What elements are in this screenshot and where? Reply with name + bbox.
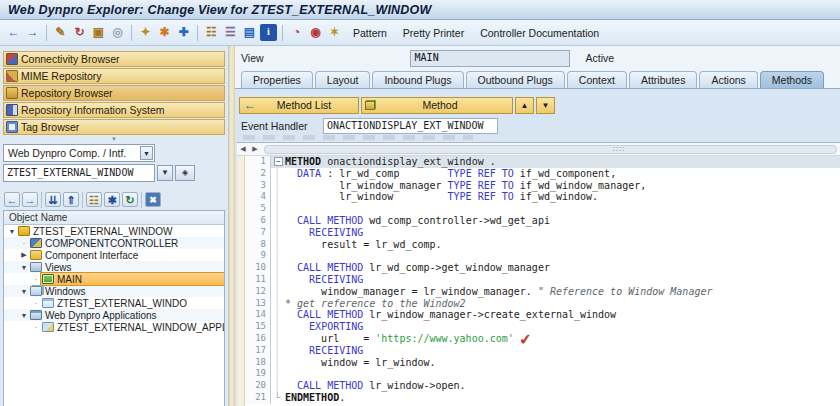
code-line-content[interactable]: │ lr_window_manager TYPE REF TO if_wd_wi…: [271, 180, 840, 192]
code-line-content[interactable]: │ url = 'https://www.yahoo.com' ✔: [271, 333, 840, 345]
tab-layout[interactable]: Layout: [315, 71, 371, 88]
sidebar-item-repository-browser[interactable]: Repository Browser: [3, 85, 225, 101]
sidebar-item-mime-repository[interactable]: MIME Repository: [3, 68, 225, 84]
tree-back-icon[interactable]: ←: [4, 192, 20, 207]
method-list-button[interactable]: ← Method List: [239, 97, 359, 114]
code-line-content[interactable]: │* get reference to the Window2: [271, 298, 840, 310]
code-line-content[interactable]: │ lr_window TYPE REF TO if_wd_window.: [271, 191, 840, 203]
tree-item-views[interactable]: ▼Views: [4, 261, 224, 273]
tree-item-windows[interactable]: ▼Windows: [4, 285, 224, 297]
category-dropdown[interactable]: Web Dynpro Comp. / Intf. ▼: [3, 144, 155, 162]
debugger-icon[interactable]: ◉: [307, 24, 324, 41]
code-line-content[interactable]: └ENDMETHOD.: [271, 392, 840, 404]
tab-inbound-plugs[interactable]: Inbound Plugs: [372, 71, 463, 88]
display-change-icon[interactable]: ✎: [52, 24, 69, 41]
view-name-field[interactable]: MAIN: [410, 50, 570, 67]
tab-properties[interactable]: Properties: [241, 71, 313, 88]
object-list-icon[interactable]: ☷: [203, 24, 220, 41]
tree-close-icon[interactable]: ✖: [145, 192, 161, 207]
navigation-icon[interactable]: ✚: [175, 24, 192, 41]
expander-icon[interactable]: ·: [31, 324, 41, 331]
expander-icon[interactable]: ▼: [7, 228, 17, 235]
sidebar-item-connectivity-browser[interactable]: Connectivity Browser: [3, 51, 225, 67]
code-line-content[interactable]: │ RECEIVING: [271, 345, 840, 357]
toolbar-button-pretty-printer[interactable]: Pretty Printer: [396, 25, 471, 41]
expander-icon[interactable]: ▼: [19, 264, 29, 271]
code-line-content[interactable]: │: [271, 203, 840, 215]
code-line-content[interactable]: │ window = lr_window.: [271, 357, 840, 369]
forward-icon[interactable]: →: [24, 24, 41, 41]
tab-context[interactable]: Context: [567, 71, 627, 88]
scroll-right-icon[interactable]: ▶: [249, 144, 261, 155]
expander-icon[interactable]: ·: [31, 300, 41, 307]
code-line-content[interactable]: │ RECEIVING: [271, 274, 840, 286]
expander-icon[interactable]: ▼: [19, 312, 29, 319]
test-icon[interactable]: ✱: [156, 24, 173, 41]
workbench-icon[interactable]: ☰: [222, 24, 239, 41]
sidebar-item-repository-information-system[interactable]: Repository Information System: [3, 102, 225, 118]
inactive-objects-icon[interactable]: ◎: [109, 24, 126, 41]
tree-item-main[interactable]: ·MAIN: [4, 273, 224, 285]
tree-item-ztest-external-windo[interactable]: ·ZTEST_EXTERNAL_WINDO: [4, 297, 224, 309]
tree-item-componentcontroller[interactable]: ·COMPONENTCONTROLLER: [4, 237, 224, 249]
code-line-content[interactable]: │ result = lr_wd_comp.: [271, 239, 840, 251]
tree-item-web-dynpro-applications[interactable]: ▼Web Dynpro Applications: [4, 309, 224, 321]
sidebar-item-tag-browser[interactable]: Tag Browser: [3, 119, 225, 135]
tab-methods[interactable]: Methods: [760, 71, 824, 88]
tree-forward-icon[interactable]: →: [22, 192, 38, 207]
chevron-down-icon[interactable]: ▼: [140, 146, 153, 160]
code-line-content[interactable]: │ CALL METHOD lr_window_manager->create_…: [271, 309, 840, 321]
repository-browser-icon: [6, 87, 18, 99]
copy-object-icon[interactable]: ▣: [90, 24, 107, 41]
tab-outbound-plugs[interactable]: Outbound Plugs: [466, 71, 565, 88]
previous-method-button[interactable]: ▲: [515, 97, 534, 114]
code-line-content[interactable]: │ RECEIVING: [271, 227, 840, 239]
expander-icon[interactable]: ▼: [19, 288, 29, 295]
expander-icon[interactable]: ▶: [19, 251, 29, 259]
favorites-icon[interactable]: ✱: [104, 192, 120, 207]
editor-hscrollbar[interactable]: ◀ ▶ ∷∷: [237, 143, 840, 156]
tab-actions[interactable]: Actions: [699, 71, 757, 88]
code-line-content[interactable]: │ CALL METHOD lr_wd_comp->get_window_man…: [271, 262, 840, 274]
tree-item-component-interface[interactable]: ▶Component Interface: [4, 249, 224, 261]
fold-marker-icon[interactable]: −: [274, 156, 285, 168]
object-name-input[interactable]: ZTEST_EXTERNAL_WINDOW: [3, 164, 155, 182]
code-line-content[interactable]: │ CALL METHOD lr_window->open.: [271, 380, 840, 392]
code-line-content[interactable]: │: [271, 368, 840, 380]
tree-hierarchy-icon[interactable]: ☷: [86, 192, 102, 207]
expander-icon[interactable]: ·: [31, 276, 41, 283]
code-line-content[interactable]: −METHOD onactiondisplay_ext_window .: [271, 156, 840, 168]
method-button[interactable]: Method: [361, 97, 513, 114]
toolbar-button-pattern[interactable]: Pattern: [346, 25, 394, 41]
code-line-content[interactable]: │ EXPORTING: [271, 321, 840, 333]
tree-item-ztest-external-window-appl[interactable]: ·ZTEST_EXTERNAL_WINDOW_APPL: [4, 321, 224, 333]
toolbar-button-controller-documentation[interactable]: Controller Documentation: [473, 25, 606, 41]
hscroll-grip[interactable]: ∷∷: [613, 146, 625, 153]
code-line: 9│: [245, 250, 840, 262]
expand-icon[interactable]: ⇑: [63, 192, 79, 207]
expander-icon[interactable]: ·: [19, 240, 29, 247]
next-method-button[interactable]: ▼: [536, 97, 555, 114]
code-line-content[interactable]: │: [271, 250, 840, 262]
object-history-dropdown-button[interactable]: ▼: [157, 165, 173, 181]
event-handler-field[interactable]: ONACTIONDISPLAY_EXT_WINDOW: [323, 118, 498, 134]
refresh-icon[interactable]: ↻: [71, 24, 88, 41]
tree-refresh-icon[interactable]: ↻: [122, 192, 138, 207]
runtime-analysis-icon[interactable]: ◔: [288, 24, 305, 41]
code-line-content[interactable]: │ window_manager = lr_window_manager. " …: [271, 286, 840, 298]
panel-resize-handle[interactable]: ▼: [3, 136, 225, 143]
tree-item-ztest-external-window[interactable]: ▼ZTEST_EXTERNAL_WINDOW: [4, 225, 224, 237]
back-icon[interactable]: ←: [5, 24, 22, 41]
display-object-button[interactable]: ◈: [175, 165, 195, 181]
tab-attributes[interactable]: Attributes: [629, 71, 697, 88]
pattern-wand-icon[interactable]: ✶: [326, 24, 343, 41]
hscroll-track[interactable]: ∷∷: [264, 145, 837, 154]
code-line-content[interactable]: │ CALL METHOD wd_comp_controller->wd_get…: [271, 215, 840, 227]
breakpoint-margin[interactable]: [237, 156, 245, 406]
collapse-all-icon[interactable]: ⇊: [45, 192, 61, 207]
activate-icon[interactable]: ✦: [137, 24, 154, 41]
info-icon[interactable]: i: [260, 24, 277, 41]
fullscreen-icon[interactable]: ▤: [241, 24, 258, 41]
scroll-left-icon[interactable]: ◀: [237, 144, 249, 155]
code-line-content[interactable]: │ DATA : lr_wd_comp TYPE REF TO if_wd_co…: [271, 168, 840, 180]
